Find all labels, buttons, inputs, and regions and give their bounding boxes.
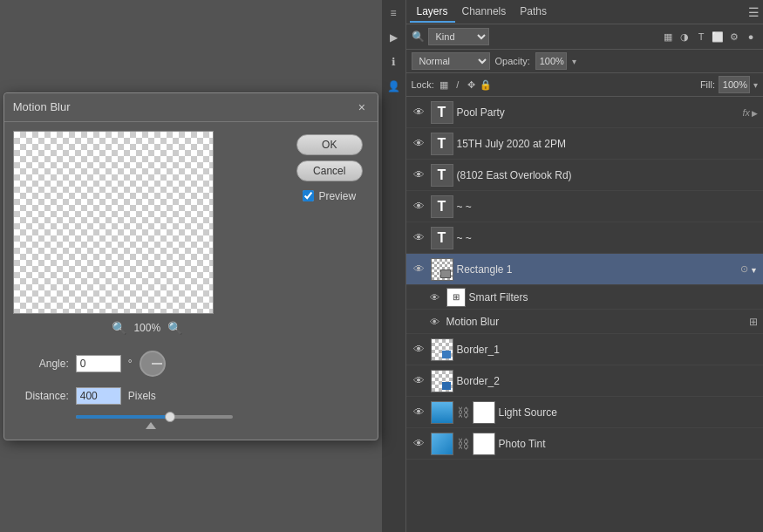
- slider-thumb[interactable]: [165, 412, 175, 422]
- tab-layers[interactable]: Layers: [410, 2, 455, 23]
- visibility-icon-rect1[interactable]: 👁: [412, 262, 427, 277]
- ok-button[interactable]: OK: [296, 134, 363, 155]
- layer-item-date[interactable]: 👁 T 15TH July 2020 at 2PM: [406, 128, 764, 160]
- motion-blur-settings-icon[interactable]: ⊞: [749, 316, 758, 328]
- visibility-icon-pool-party[interactable]: 👁: [412, 105, 427, 120]
- dialog-title: Motion Blur: [13, 100, 71, 113]
- visibility-icon-date[interactable]: 👁: [412, 136, 427, 152]
- layers-tool-icon[interactable]: ≡: [384, 3, 403, 23]
- layers-menu-icon[interactable]: ☰: [748, 5, 760, 19]
- cancel-button[interactable]: Cancel: [296, 160, 363, 181]
- distance-slider[interactable]: [76, 415, 233, 429]
- zoom-controls: 🔍 100% 🔍: [13, 321, 282, 335]
- visibility-icon-border1[interactable]: 👁: [412, 342, 427, 358]
- visibility-icon-light-source[interactable]: 👁: [412, 405, 427, 420]
- person-icon[interactable]: 👤: [384, 77, 403, 96]
- motion-blur-dialog: Motion Blur × 🔍 100% 🔍 OK Cancel Preview: [3, 92, 378, 440]
- layer-item-pool-party[interactable]: 👁 T Pool Party fx: [406, 97, 764, 128]
- fill-input[interactable]: [719, 76, 750, 93]
- filter-shape-icon[interactable]: ⬜: [711, 30, 725, 44]
- visibility-icon-photo-tint[interactable]: 👁: [412, 436, 427, 452]
- blend-mode-select[interactable]: Normal: [412, 52, 490, 70]
- fill-label: Fill:: [700, 79, 715, 90]
- lock-all-icon[interactable]: 🔒: [480, 78, 492, 91]
- tab-channels[interactable]: Channels: [455, 2, 514, 23]
- angle-indicator: [152, 363, 162, 365]
- layer-thumb-pool-party: T: [431, 101, 453, 124]
- layer-item-smart-filters[interactable]: 👁 ⊞ Smart Filters: [406, 285, 764, 310]
- zoom-level: 100%: [133, 322, 160, 334]
- search-icon: 🔍: [412, 31, 425, 43]
- preview-checkbox[interactable]: [303, 190, 314, 201]
- lock-pixel-icon[interactable]: ▦: [438, 78, 450, 91]
- distance-label: Distance:: [17, 390, 69, 402]
- rect1-controls: ⊙: [740, 263, 758, 276]
- opacity-chevron-icon[interactable]: ▾: [572, 57, 576, 66]
- filter-pixel-icon[interactable]: ▦: [661, 30, 675, 44]
- dialog-controls: OK Cancel Preview: [290, 131, 369, 335]
- kind-select[interactable]: Kind: [428, 28, 489, 45]
- distance-input[interactable]: [76, 387, 121, 405]
- blend-mode-row: Normal Opacity: ▾: [406, 50, 764, 73]
- layer-item-tilde2[interactable]: 👁 T ~ ~: [406, 222, 764, 254]
- lock-row: Lock: ▦ / ✥ 🔒 Fill: ▾: [406, 73, 764, 97]
- lock-icons: ▦ / ✥ 🔒: [438, 78, 492, 91]
- filter-dot-icon[interactable]: ●: [744, 30, 758, 44]
- visibility-icon-tilde1[interactable]: 👁: [412, 199, 427, 215]
- lock-label: Lock:: [412, 79, 434, 90]
- zoom-in-icon[interactable]: 🔍: [167, 321, 182, 335]
- layer-item-border2[interactable]: 👁 Border_2: [406, 365, 764, 397]
- layer-name-rect1: Rectangle 1: [457, 263, 738, 276]
- layer-name-light-source: Light Source: [499, 406, 759, 419]
- distance-unit: Pixels: [128, 390, 156, 402]
- lock-pos-icon[interactable]: ✥: [466, 78, 478, 91]
- layer-thumb-address: T: [431, 164, 453, 187]
- visibility-icon-border2[interactable]: 👁: [412, 373, 427, 389]
- tab-paths[interactable]: Paths: [513, 2, 554, 23]
- layer-thumb-tilde1: T: [431, 195, 453, 218]
- layer-item-border1[interactable]: 👁 Border_1: [406, 334, 764, 365]
- layer-item-motion-blur-filter[interactable]: 👁 Motion Blur ⊞: [406, 310, 764, 334]
- opacity-label: Opacity:: [495, 56, 530, 66]
- layer-thumb-date: T: [431, 133, 453, 155]
- layer-thumb-photo-tint: [431, 433, 453, 455]
- layer-name-photo-tint: Photo Tint: [499, 438, 759, 450]
- panel-toolbar: ≡ ▶ ℹ 👤: [382, 0, 406, 532]
- layer-name-address: (8102 East Overlook Rd): [457, 169, 759, 181]
- distance-row: Distance: Pixels: [17, 387, 365, 405]
- layer-item-tilde1[interactable]: 👁 T ~ ~: [406, 191, 764, 222]
- opacity-input[interactable]: [535, 52, 567, 70]
- visibility-icon-tilde2[interactable]: 👁: [412, 230, 427, 246]
- angle-label: Angle:: [17, 358, 69, 370]
- dialog-close-button[interactable]: ×: [355, 100, 369, 114]
- info-icon[interactable]: ℹ: [384, 52, 403, 72]
- layers-panel: Layers Channels Paths ☰ 🔍 Kind ▦ ◑ T ⬜ ⚙…: [406, 0, 764, 532]
- visibility-icon-motion-blur[interactable]: 👁: [427, 314, 443, 330]
- lock-brush-icon[interactable]: /: [452, 78, 464, 91]
- filter-adj-icon[interactable]: ◑: [678, 30, 691, 44]
- angle-input[interactable]: [76, 355, 121, 372]
- angle-row: Angle: °: [17, 351, 365, 377]
- fill-chevron-icon[interactable]: ▾: [753, 80, 758, 90]
- preview-checkbox-row: Preview: [303, 190, 356, 202]
- link-icon-photo-tint: ⛓: [457, 433, 469, 455]
- filter-smart-icon[interactable]: ⚙: [727, 30, 741, 44]
- layer-name-motion-blur-filter: Motion Blur: [446, 316, 746, 328]
- layer-item-rectangle1[interactable]: 👁 Rectangle 1 ⊙: [406, 254, 764, 285]
- zoom-out-icon[interactable]: 🔍: [112, 321, 126, 335]
- preview-canvas: [13, 131, 214, 314]
- fx-chevron-icon[interactable]: [752, 107, 758, 118]
- filter-icons: ▦ ◑ T ⬜ ⚙ ●: [661, 30, 758, 44]
- visibility-icon-smart-filters[interactable]: 👁: [427, 290, 443, 305]
- fx-label: fx: [742, 107, 750, 118]
- play-icon[interactable]: ▶: [384, 28, 403, 47]
- layer-thumb-light-source: [431, 401, 453, 424]
- layer-name-date: 15TH July 2020 at 2PM: [457, 138, 759, 150]
- angle-dial[interactable]: [140, 351, 166, 377]
- visibility-icon-address[interactable]: 👁: [412, 167, 427, 183]
- filter-text-icon[interactable]: T: [694, 30, 708, 44]
- rect1-collapse-icon[interactable]: [750, 263, 758, 276]
- layer-item-photo-tint[interactable]: 👁 ⛓ Photo Tint: [406, 428, 764, 460]
- layer-item-light-source[interactable]: 👁 ⛓ Light Source: [406, 397, 764, 428]
- layer-item-address[interactable]: 👁 T (8102 East Overlook Rd): [406, 160, 764, 191]
